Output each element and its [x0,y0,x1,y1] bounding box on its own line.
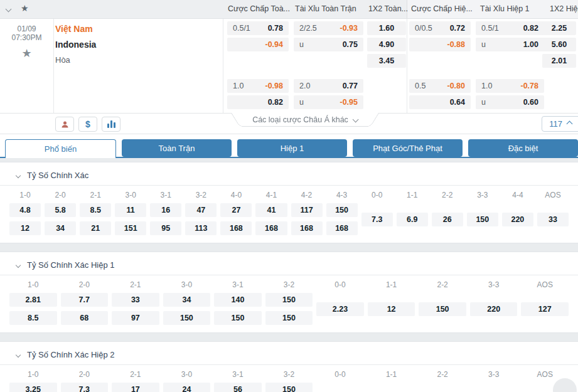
dollar-icon[interactable]: $ [78,117,97,132]
score-odds-cell[interactable]: 12 [9,221,41,235]
score-odds-cell[interactable]: 97 [112,311,159,325]
score-column-header: 2-2 [417,280,468,289]
score-odds-cell[interactable]: 117 [291,203,323,217]
score-odds-cell[interactable]: 150 [467,213,498,226]
ou-h1-under-cell[interactable]: u 1.00 [476,38,544,51]
score-column: 4.812 [8,203,43,235]
score-odds-cell[interactable]: 5.8 [45,203,76,217]
score-odds-cell[interactable]: 127 [521,302,569,316]
score-odds-cell[interactable]: 140 [214,293,262,307]
score-column-header: 3-3 [468,280,520,289]
score-odds-cell[interactable]: 8.5 [80,203,111,217]
ou-ft-over-cell-2[interactable]: 2.0 0.77 [294,79,363,93]
ou-h1-over-cell[interactable]: 0.5/1 0.82 [476,21,544,35]
score-column: 220 [500,203,535,235]
ou-ft-under-cell[interactable]: u 0.75 [294,38,363,51]
score-odds-cell[interactable]: 16 [150,203,181,217]
score-odds-cell[interactable]: 220 [470,302,518,316]
score-odds-cell[interactable]: 150 [265,293,313,307]
score-odds-cell[interactable]: 8.5 [9,311,57,325]
hdp-ft-home-cell-2[interactable]: 1.0 -0.98 [227,79,289,93]
tab-2[interactable]: Hiệp 1 [237,139,347,157]
score-odds-cell[interactable]: 2.81 [9,293,57,307]
hdp-h1-away-cell-2[interactable]: 0.64 [409,95,471,109]
score-odds-cell[interactable]: 150 [214,311,262,325]
bar-chart-icon[interactable] [102,117,120,132]
score-odds-cell[interactable]: 2.23 [316,302,364,316]
asian-markets-toggle[interactable]: Các loại cược Châu Á khác [231,113,379,129]
hdp-h1-away-cell[interactable]: -0.88 [409,38,471,51]
score-odds-cell[interactable]: 3.25 [9,383,57,392]
ou-ft-under-cell-2[interactable]: u -0.95 [294,95,363,109]
tab-3[interactable]: Phạt Góc/Thẻ Phạt [353,139,463,157]
score-odds-cell[interactable]: 17 [112,383,159,392]
x12-h1-draw-cell[interactable]: 2.01 [542,54,576,68]
score-odds-cell[interactable]: 27 [220,203,252,217]
x12-h1-home-cell[interactable]: 2.25 [542,21,576,35]
score-odds-cell[interactable]: 7.3 [361,213,393,226]
ou-h1-over-cell-2[interactable]: 1.0 -0.78 [476,79,544,93]
score-odds-cell[interactable]: 56 [214,383,262,392]
score-odds-cell[interactable]: 12 [368,302,415,316]
hdp-h1-home-cell[interactable]: 0/0.5 0.72 [409,21,471,35]
score-odds-cell[interactable]: 47 [185,203,217,217]
score-column: 41168 [254,203,289,235]
x12-ft-draw-cell[interactable]: 3.45 [367,54,406,68]
x12-ft-home-cell[interactable]: 1.60 [367,21,406,35]
score-odds-cell[interactable]: 168 [291,221,323,235]
score-odds-cell[interactable]: 7.3 [61,383,109,392]
ou-h1-under-cell-2[interactable]: u 0.60 [476,95,544,109]
collapse-league-icon[interactable] [6,6,12,13]
score-odds-cell[interactable]: 34 [163,293,211,307]
score-odds-cell[interactable]: 151 [115,221,146,235]
score-odds-cell[interactable]: 26 [432,213,463,226]
score-odds-cell[interactable]: 150 [419,302,466,316]
chevron-down-icon[interactable] [16,352,21,357]
score-odds-cell[interactable]: 6.9 [397,213,428,226]
tab-4[interactable]: Đặc biệt [468,139,578,157]
score-odds-cell[interactable]: 220 [502,213,533,226]
chevron-down-icon[interactable] [16,172,21,177]
score-odds-cell[interactable]: 68 [61,311,109,325]
tab-0[interactable]: Phổ biến [5,139,116,158]
odds-value: -0.88 [447,40,466,49]
hdp-h1-home-cell-2[interactable]: 0.5 -0.80 [409,79,471,93]
hdp-ft-away-cell-2[interactable]: 0.82 [227,95,289,109]
score-odds-cell[interactable]: 33 [537,213,569,226]
score-odds-cell[interactable]: 4.8 [9,203,41,217]
x12-ft-away-cell[interactable]: 4.90 [367,38,406,51]
favorite-star-icon[interactable]: ★ [21,46,31,60]
score-odds-cell[interactable]: 150 [265,311,313,325]
score-column: 2.88 [314,383,366,392]
score-odds-cell[interactable]: 150 [163,311,211,325]
person-icon[interactable] [55,117,74,132]
handicap-line: 0/0.5 [415,24,432,33]
tab-1[interactable]: Toàn Trận [122,139,232,157]
hdp-ft-away-cell[interactable]: -0.94 [227,38,289,51]
hdp-ft-home-cell[interactable]: 0.5/1 0.78 [227,21,289,35]
score-odds-cell[interactable]: 150 [326,203,358,217]
score-odds-cell[interactable]: 21 [80,221,111,235]
score-odds-cell[interactable]: 168 [255,221,287,235]
score-odds-cell[interactable]: 24 [163,383,211,392]
away-team-name[interactable]: Indonesia [55,40,96,50]
score-odds-cell[interactable]: 113 [185,221,217,235]
score-odds-cell[interactable]: 34 [45,221,76,235]
market-count-button[interactable]: 117 [542,116,578,132]
league-star-icon[interactable]: ★ [21,3,29,13]
score-column: 220 [468,293,520,325]
chevron-down-icon[interactable] [16,262,21,267]
score-column: 7.7 [366,383,417,392]
score-odds-cell[interactable]: 7.7 [61,293,109,307]
ou-ft-over-cell[interactable]: 2/2.5 -0.93 [294,21,363,35]
score-odds-cell[interactable]: 33 [112,293,159,307]
score-odds-cell[interactable]: 168 [220,221,252,235]
home-team-name[interactable]: Việt Nam [55,24,96,34]
score-odds-cell[interactable]: 95 [150,221,181,235]
score-odds-cell[interactable]: 168 [326,221,358,235]
score-column: 7.332 [59,383,110,392]
score-odds-cell[interactable]: 41 [255,203,287,217]
score-odds-cell[interactable]: 150 [265,383,313,392]
score-odds-cell[interactable]: 11 [115,203,146,217]
x12-h1-away-cell[interactable]: 5.60 [542,38,576,51]
